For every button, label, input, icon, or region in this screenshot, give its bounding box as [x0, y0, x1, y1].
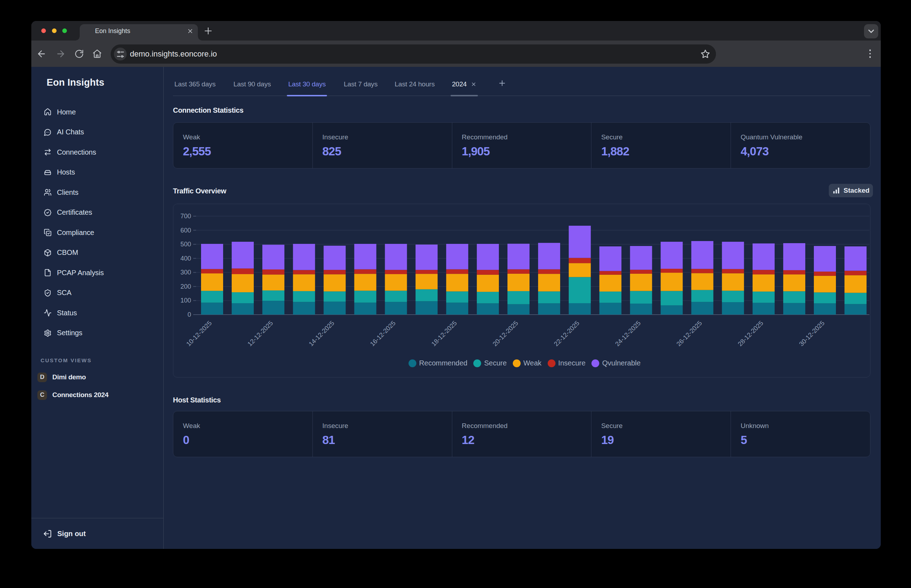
svg-text:28-12-2025: 28-12-2025 — [736, 320, 764, 348]
svg-text:500: 500 — [180, 241, 191, 248]
svg-text:16-12-2025: 16-12-2025 — [369, 320, 397, 348]
svg-text:100: 100 — [180, 297, 191, 304]
svg-text:600: 600 — [180, 227, 191, 234]
svg-text:18-12-2025: 18-12-2025 — [430, 320, 458, 348]
svg-text:14-12-2025: 14-12-2025 — [308, 320, 336, 348]
svg-text:20-12-2025: 20-12-2025 — [491, 320, 520, 348]
svg-text:30-12-2025: 30-12-2025 — [798, 320, 826, 348]
svg-text:300: 300 — [180, 269, 191, 276]
svg-text:200: 200 — [180, 283, 191, 290]
svg-text:0: 0 — [188, 311, 191, 318]
svg-text:24-12-2025: 24-12-2025 — [614, 320, 642, 348]
svg-text:26-12-2025: 26-12-2025 — [675, 320, 703, 348]
svg-text:10-12-2025: 10-12-2025 — [185, 320, 213, 348]
svg-text:12-12-2025: 12-12-2025 — [246, 320, 274, 348]
svg-text:400: 400 — [180, 255, 191, 262]
svg-text:22-12-2025: 22-12-2025 — [553, 320, 581, 348]
svg-text:700: 700 — [180, 213, 191, 220]
